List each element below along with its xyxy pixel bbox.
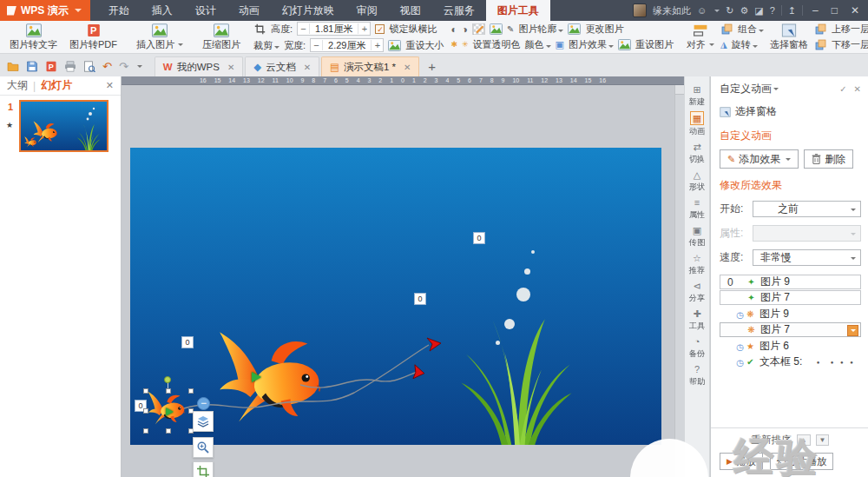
sidebar-item-properties[interactable]: ≡属性 bbox=[688, 196, 706, 221]
print-preview-icon[interactable] bbox=[83, 61, 95, 72]
rotation-handle[interactable] bbox=[164, 376, 171, 383]
sidebar-item-animation[interactable]: ▦动画 bbox=[688, 111, 706, 137]
bring-forward-button[interactable]: 上移一层 bbox=[832, 23, 868, 36]
motion-path-2[interactable] bbox=[300, 372, 418, 388]
sidebar-item-tools[interactable]: ✚工具 bbox=[688, 308, 706, 332]
delete-effect-button[interactable]: 删除 bbox=[804, 149, 853, 169]
height-value[interactable]: 1.81厘米 bbox=[310, 23, 358, 36]
color-button[interactable]: 颜色 bbox=[525, 38, 551, 51]
insert-picture-button[interactable]: 插入图片 bbox=[130, 23, 189, 51]
slide-thumbnail[interactable] bbox=[19, 100, 108, 152]
resize-handle[interactable] bbox=[166, 388, 171, 394]
resize-handle[interactable] bbox=[188, 388, 194, 394]
username[interactable]: 缘来如此 bbox=[653, 4, 691, 17]
start-dropdown[interactable]: 之前 bbox=[753, 201, 861, 217]
slides-tab[interactable]: 幻灯片 bbox=[41, 78, 72, 93]
set-transparent-button[interactable]: 设置透明色 bbox=[473, 38, 521, 51]
group-button[interactable]: 组合 bbox=[738, 23, 764, 36]
doc-tab-presentation1[interactable]: ▤ 演示文稿1 * ✕ bbox=[321, 56, 419, 76]
align-button[interactable]: 对齐 bbox=[681, 23, 720, 51]
panel-title-caret-icon[interactable] bbox=[773, 88, 779, 90]
crop-button[interactable]: 裁剪 bbox=[253, 39, 279, 52]
undo-icon[interactable]: ↶ bbox=[102, 61, 112, 72]
image-to-pdf-button[interactable]: 图片转PDF bbox=[63, 23, 123, 51]
close-button[interactable]: ✕ bbox=[847, 4, 863, 17]
sidebar-item-shapes[interactable]: △形状 bbox=[688, 169, 706, 193]
user-caret-icon[interactable] bbox=[714, 10, 720, 12]
doc-tab-my-wps[interactable]: W 我的WPS ✕ bbox=[155, 56, 243, 76]
animation-item[interactable]: ◷ ❋ 图片 9 bbox=[720, 307, 861, 321]
new-tab-button[interactable]: + bbox=[421, 59, 443, 76]
zoom-in-button[interactable] bbox=[193, 437, 214, 458]
slide-canvas[interactable]: 0 0 0 0 bbox=[130, 148, 661, 445]
tab-slideshow[interactable]: 幻灯片放映 bbox=[271, 0, 345, 21]
skin-icon[interactable]: ◪ bbox=[754, 6, 763, 16]
collapse-ribbon-icon[interactable]: ↥ bbox=[788, 6, 796, 16]
tab-cloud[interactable]: 云服务 bbox=[432, 0, 486, 21]
send-backward-button[interactable]: 下移一层 bbox=[832, 38, 868, 51]
brightness-down-icon[interactable]: ✳ bbox=[462, 41, 469, 49]
tab-view[interactable]: 视图 bbox=[389, 0, 432, 21]
animation-item[interactable]: 0 ✦ 图片 9 bbox=[720, 275, 861, 289]
tab-home[interactable]: 开始 bbox=[97, 0, 141, 21]
speed-dropdown[interactable]: 非常慢 bbox=[753, 249, 861, 266]
sidebar-item-new[interactable]: ⊞新建 bbox=[688, 83, 706, 108]
pin-panel-icon[interactable]: ✓ bbox=[839, 84, 846, 94]
change-picture-button[interactable]: 更改图片 bbox=[585, 23, 623, 36]
sidebar-item-backup[interactable]: ◔备份 bbox=[688, 335, 706, 360]
item-options-dropdown[interactable] bbox=[847, 325, 858, 336]
resize-handle[interactable] bbox=[143, 388, 148, 394]
height-plus-button[interactable]: + bbox=[358, 23, 370, 34]
width-value[interactable]: 2.29厘米 bbox=[323, 39, 371, 52]
export-pdf-icon[interactable] bbox=[45, 61, 57, 72]
minimize-button[interactable]: – bbox=[809, 4, 822, 17]
resize-handle[interactable] bbox=[143, 428, 148, 434]
sidebar-item-transition[interactable]: ⇄切换 bbox=[688, 141, 706, 165]
add-effect-button[interactable]: ✎ 添加效果 bbox=[720, 149, 799, 169]
tab-animation[interactable]: 动画 bbox=[227, 0, 271, 21]
resize-handle[interactable] bbox=[143, 408, 148, 414]
collapse-toolbar-button[interactable]: − bbox=[197, 397, 210, 410]
restore-button[interactable]: □ bbox=[828, 4, 841, 17]
save-icon[interactable] bbox=[26, 61, 38, 72]
animation-item-selected[interactable]: ❋ 图片 7 bbox=[720, 322, 861, 337]
sync-icon[interactable]: ↻ bbox=[726, 6, 733, 16]
close-panel-icon[interactable]: ✕ bbox=[854, 84, 861, 94]
compress-picture-button[interactable]: 压缩图片 bbox=[196, 23, 247, 51]
close-tab-icon[interactable]: ✕ bbox=[304, 63, 311, 72]
reset-picture-button[interactable]: 重设图片 bbox=[635, 38, 674, 51]
doc-tab-cloud-docs[interactable]: ◆ 云文档 ✕ bbox=[245, 56, 319, 76]
redo-icon[interactable]: ↷ bbox=[119, 61, 128, 72]
motion-path-1[interactable] bbox=[184, 345, 429, 408]
wps-logo[interactable]: WPS 演示 bbox=[0, 0, 90, 21]
tab-picture-tools[interactable]: 图片工具 bbox=[486, 0, 550, 21]
selection-pane-button[interactable]: 选择窗格 bbox=[764, 23, 814, 51]
animation-item[interactable]: ◷ ★ 图片 6 bbox=[720, 339, 861, 354]
height-minus-button[interactable]: − bbox=[298, 23, 310, 34]
help-icon[interactable]: ? bbox=[770, 6, 775, 16]
screenshot-crop-button[interactable] bbox=[193, 461, 214, 477]
tab-review[interactable]: 审阅 bbox=[345, 0, 389, 21]
user-avatar[interactable] bbox=[633, 3, 647, 17]
animation-item[interactable]: ✦ 图片 7 bbox=[720, 290, 861, 305]
reset-size-button[interactable]: 重设大小 bbox=[405, 39, 444, 52]
image-to-text-button[interactable]: 图片转文字 bbox=[3, 23, 63, 51]
close-tab-icon[interactable]: ✕ bbox=[404, 63, 411, 72]
print-icon[interactable] bbox=[64, 61, 76, 72]
qat-caret-icon[interactable] bbox=[137, 65, 142, 68]
contrast-down-icon[interactable]: ◑ bbox=[462, 24, 468, 35]
scroll-up-arrow[interactable] bbox=[675, 85, 684, 95]
sidebar-item-recommend[interactable]: ☆推荐 bbox=[688, 252, 706, 276]
rotate-button[interactable]: 旋转 bbox=[732, 38, 758, 51]
selection-box[interactable] bbox=[146, 391, 191, 431]
lock-ratio-checkbox[interactable]: ✓ bbox=[375, 24, 385, 34]
sidebar-item-share[interactable]: ⊲分享 bbox=[688, 280, 706, 304]
selection-pane-link[interactable]: 选择窗格 bbox=[720, 104, 861, 119]
layers-button[interactable] bbox=[193, 411, 214, 432]
outline-tab[interactable]: 大纲 bbox=[7, 78, 28, 93]
vertical-scrollbar[interactable] bbox=[674, 85, 684, 477]
tab-insert[interactable]: 插入 bbox=[141, 0, 184, 21]
open-folder-icon[interactable] bbox=[7, 61, 19, 72]
tab-design[interactable]: 设计 bbox=[184, 0, 227, 21]
width-stepper[interactable]: − 2.29厘米 + bbox=[310, 38, 384, 52]
